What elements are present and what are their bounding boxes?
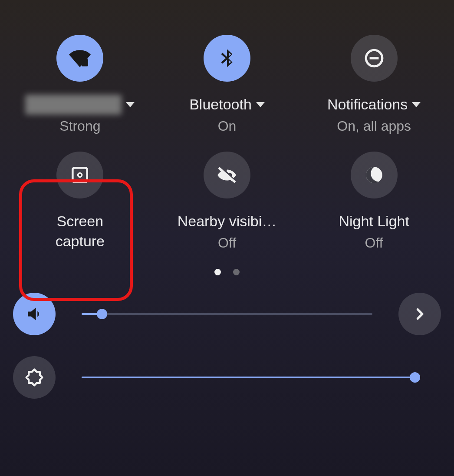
visibility-off-icon[interactable] xyxy=(204,152,250,198)
bluetooth-label-row[interactable]: Bluetooth xyxy=(189,95,265,115)
screen-capture-icon[interactable] xyxy=(56,152,103,198)
chevron-down-icon xyxy=(412,102,421,107)
volume-track xyxy=(82,313,372,315)
chevron-down-icon xyxy=(126,102,135,107)
brightness-row xyxy=(9,356,445,399)
night-light-status: Off xyxy=(365,235,383,251)
volume-thumb[interactable] xyxy=(97,309,107,319)
svg-point-6 xyxy=(79,174,81,176)
bluetooth-tile[interactable]: Bluetooth On xyxy=(156,35,299,134)
pagination-dots[interactable] xyxy=(9,269,445,275)
wifi-label-row[interactable]: ████ ████ xyxy=(25,95,135,115)
volume-icon[interactable] xyxy=(13,293,56,335)
night-light-label: Night Light xyxy=(339,212,409,231)
page-dot-1[interactable] xyxy=(214,269,221,275)
nearby-label: Nearby visibi… xyxy=(178,212,277,231)
svg-marker-9 xyxy=(26,369,43,385)
tile-grid: ████ ████ Strong Bluetooth On xyxy=(9,35,445,251)
night-light-icon[interactable] xyxy=(351,152,398,198)
quick-settings-panel: ████ ████ Strong Bluetooth On xyxy=(0,0,454,476)
bluetooth-icon[interactable] xyxy=(204,35,250,82)
notifications-label: Notifications xyxy=(327,95,408,115)
wifi-status: Strong xyxy=(59,118,100,134)
wifi-label: ████ ████ xyxy=(25,95,122,115)
screen-capture-label-row: Screen capture xyxy=(56,212,105,251)
audio-expand-button[interactable] xyxy=(398,293,441,335)
screen-capture-tile[interactable]: Screen capture xyxy=(9,152,151,251)
notifications-tile[interactable]: Notifications On, all apps xyxy=(303,35,445,134)
nearby-label-row: Nearby visibi… xyxy=(178,212,277,231)
nearby-status: Off xyxy=(218,235,236,251)
screen-capture-label: Screen capture xyxy=(56,212,105,251)
volume-slider[interactable] xyxy=(82,309,372,319)
brightness-slider[interactable] xyxy=(82,372,415,383)
bluetooth-label: Bluetooth xyxy=(189,95,252,115)
notifications-label-row[interactable]: Notifications xyxy=(327,95,421,115)
brightness-thumb[interactable] xyxy=(410,372,420,383)
nearby-tile[interactable]: Nearby visibi… Off xyxy=(156,152,299,251)
brightness-icon[interactable] xyxy=(13,356,56,399)
notifications-status: On, all apps xyxy=(337,118,411,134)
night-light-tile[interactable]: Night Light Off xyxy=(303,152,445,251)
chevron-down-icon xyxy=(256,102,265,107)
night-light-label-row: Night Light xyxy=(339,212,409,231)
wifi-icon[interactable] xyxy=(56,35,103,82)
volume-row xyxy=(9,293,445,335)
wifi-tile[interactable]: ████ ████ Strong xyxy=(9,35,151,134)
do-not-disturb-icon[interactable] xyxy=(351,35,398,82)
bluetooth-status: On xyxy=(218,118,237,134)
brightness-fill xyxy=(82,377,415,378)
page-dot-2[interactable] xyxy=(233,269,240,275)
